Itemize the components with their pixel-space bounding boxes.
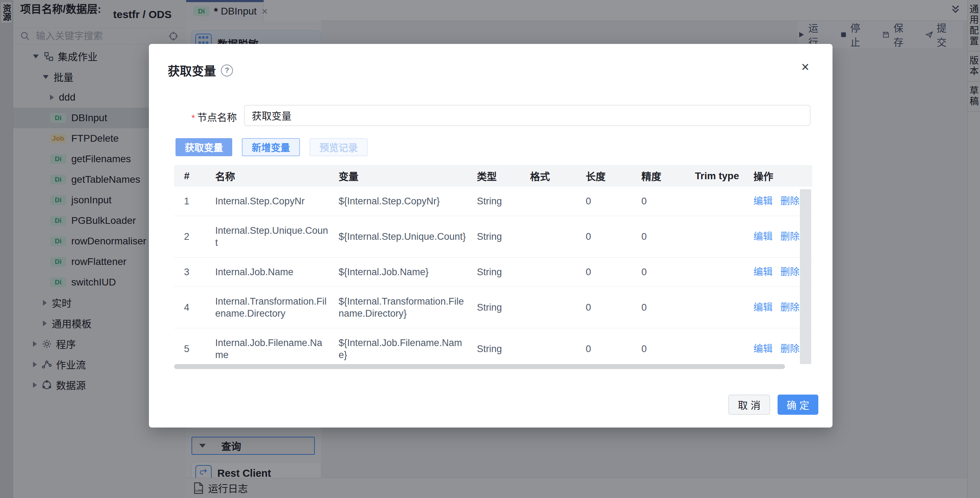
table-header-row: # 名称 变量 类型 格式 长度 精度 Trim type 操作 (174, 165, 812, 187)
cell-length: 0 (576, 222, 632, 251)
cell-trim (685, 340, 743, 357)
dialog-footer: 取 消 确 定 (149, 395, 832, 415)
app-window: 资源 项目名称/数据层: testfr / ODS 集成作业 批量 ddd (0, 0, 980, 498)
cell-index: 2 (174, 222, 205, 251)
node-name-label-text: 节点名称 (197, 112, 237, 123)
cell-precision: 0 (632, 293, 685, 322)
cell-index: 3 (174, 257, 205, 287)
col-actions: 操作 (743, 169, 812, 183)
table-row: 4 Internal.Transformation.Filename.Direc… (174, 287, 812, 328)
cell-index: 4 (174, 293, 205, 322)
cell-name: Internal.Transformation.Filename.Directo… (205, 287, 329, 328)
col-index: # (174, 170, 205, 182)
cell-variable: ${Internal.Step.Unique.Count} (329, 222, 467, 251)
cell-format (520, 193, 576, 210)
node-name-input[interactable] (244, 105, 811, 126)
edit-link[interactable]: 编辑 (753, 196, 773, 206)
col-format: 格式 (520, 169, 576, 183)
cell-variable: ${Internal.Step.CopyNr} (329, 187, 467, 216)
ok-button[interactable]: 确 定 (778, 395, 818, 415)
cell-precision: 0 (632, 187, 685, 216)
cell-precision: 0 (632, 335, 685, 363)
edit-link[interactable]: 编辑 (753, 267, 773, 278)
table-row: 5 Internal.Job.Filename.Name ${Internal.… (174, 328, 812, 369)
cell-trim (685, 299, 743, 316)
col-name: 名称 (205, 169, 329, 183)
cell-variable: ${Internal.Transformation.Filename.Direc… (329, 287, 467, 328)
cell-precision: 0 (632, 222, 685, 251)
cell-trim (685, 263, 743, 281)
delete-link[interactable]: 删除 (780, 344, 800, 354)
variables-table: # 名称 变量 类型 格式 长度 精度 Trim type 操作 1 Inter… (174, 165, 812, 369)
close-icon[interactable]: × (801, 60, 809, 75)
dialog-title-text: 获取变量 (168, 62, 216, 79)
required-mark: * (191, 113, 195, 123)
cell-type: String (467, 257, 520, 287)
delete-link[interactable]: 删除 (780, 267, 800, 278)
cell-length: 0 (576, 187, 632, 216)
cell-type: String (467, 187, 520, 216)
cell-type: String (467, 222, 520, 251)
col-trim-type: Trim type (685, 170, 743, 182)
table-row: 3 Internal.Job.Name ${Internal.Job.Name}… (174, 257, 812, 287)
cancel-button[interactable]: 取 消 (728, 395, 770, 415)
delete-link[interactable]: 删除 (780, 231, 800, 242)
cell-length: 0 (576, 257, 632, 287)
cell-name: Internal.Step.CopyNr (205, 187, 329, 216)
col-precision: 精度 (632, 169, 685, 183)
add-variable-button[interactable]: 新增变量 (242, 138, 300, 156)
cell-index: 5 (174, 335, 205, 363)
dialog-title: 获取变量 ? (168, 62, 233, 79)
table-vertical-scrollbar[interactable] (800, 189, 811, 364)
edit-link[interactable]: 编辑 (753, 231, 773, 242)
node-name-label: *节点名称 (149, 110, 237, 124)
cell-format (520, 340, 576, 357)
cell-length: 0 (576, 335, 632, 363)
table-row: 1 Internal.Step.CopyNr ${Internal.Step.C… (174, 187, 812, 216)
cell-precision: 0 (632, 257, 685, 287)
table-horizontal-scrollbar[interactable] (174, 364, 785, 369)
col-type: 类型 (467, 169, 520, 183)
cell-name: Internal.Step.Unique.Count (205, 216, 329, 257)
cell-trim (685, 228, 743, 245)
cell-index: 1 (174, 187, 205, 216)
fetch-variables-button[interactable]: 获取变量 (175, 138, 232, 156)
cell-format (520, 263, 576, 281)
cell-name: Internal.Job.Name (205, 257, 329, 287)
cell-variable: ${Internal.Job.Filename.Name} (329, 328, 467, 369)
preview-records-button: 预览记录 (310, 138, 368, 156)
col-variable: 变量 (329, 169, 467, 183)
cell-type: String (467, 293, 520, 322)
edit-link[interactable]: 编辑 (753, 344, 773, 354)
cell-type: String (467, 335, 520, 363)
col-length: 长度 (576, 169, 632, 183)
cell-trim (685, 193, 743, 210)
cell-variable: ${Internal.Job.Name} (329, 257, 467, 287)
help-icon[interactable]: ? (221, 65, 233, 76)
cell-format (520, 228, 576, 245)
dialog-action-buttons: 获取变量 新增变量 预览记录 (175, 138, 368, 156)
edit-link[interactable]: 编辑 (753, 302, 773, 313)
delete-link[interactable]: 删除 (780, 196, 800, 206)
cell-format (520, 299, 576, 316)
get-variables-dialog: 获取变量 ? × *节点名称 获取变量 新增变量 预览记录 # 名称 变量 类型… (149, 44, 832, 428)
table-row: 2 Internal.Step.Unique.Count ${Internal.… (174, 216, 812, 257)
cell-name: Internal.Job.Filename.Name (205, 328, 329, 369)
cell-length: 0 (576, 293, 632, 322)
delete-link[interactable]: 删除 (780, 302, 800, 313)
